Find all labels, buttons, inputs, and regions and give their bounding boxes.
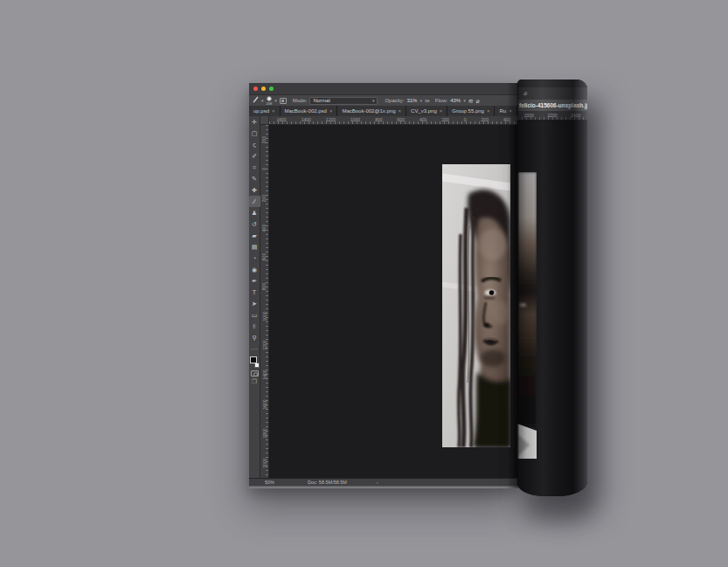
ruler-tick-label: 2400 [571,113,580,118]
path-selection-tool[interactable]: ➤ [249,298,260,309]
ruler-tick-label: 1200 [326,117,336,122]
healing-brush-tool[interactable]: ✚ [249,184,260,196]
tab-close-icon[interactable]: × [329,108,333,114]
pen-tool[interactable]: ✒ [249,275,260,287]
ruler-tick-label: 800 [375,117,382,122]
horizontal-ruler-row: 16001400120010008006004002000200400 [260,116,518,125]
move-tool[interactable]: ✛ [249,116,260,128]
lasso-tool[interactable]: ς [249,139,260,150]
opacity-dropdown-icon[interactable]: ▾ [419,98,422,103]
flow-label: Flow: [435,98,447,103]
vertical-ruler: 2000200400600800100012001400160018002000 [260,125,269,478]
document-tab[interactable]: MacBook-002@1x.png× [337,106,406,116]
ruler-tick-label: 1600 [277,117,287,122]
document-tab[interactable]: Group 55.png× [447,106,495,116]
ruler-tick-label: 1000 [262,311,267,321]
ruler-tick-label: 800 [262,283,267,290]
minimize-button[interactable] [261,86,266,91]
clone-stamp-tool[interactable]: ♟ [249,207,260,218]
history-brush-tool[interactable]: ↺ [249,218,260,230]
brush-size-preview[interactable]: 268 [267,96,273,106]
tab-label: MacBook-002@1x.png [342,108,395,114]
ruler-tick-label: 1800 [262,429,267,439]
ruler-tick-label: 1400 [302,117,311,122]
blend-mode-dropdown-icon: ▾ [372,98,375,103]
ruler-tick-label: 1200 [262,341,267,350]
zoom-tool[interactable]: ⚲ [249,332,260,343]
ruler-tick-label: 0 [262,168,267,170]
blur-tool[interactable]: ◔ [249,252,260,264]
blend-mode-select[interactable]: Normal ▾ [309,97,378,105]
eyedropper-tool[interactable]: ✎ [249,173,260,184]
ruler-tick-label: 2000 [524,113,534,118]
close-button[interactable] [253,86,258,91]
tab-close-icon[interactable]: × [272,108,275,114]
ruler-tick-label: 200 [441,117,448,122]
foreground-color-swatch[interactable] [250,356,257,363]
quick-mask-button[interactable] [251,370,259,377]
blend-mode-value: Normal [313,98,329,103]
flow-dropdown-icon[interactable]: ▾ [463,98,466,103]
brush-tool[interactable]: ∕ [249,196,260,207]
quick-selection-tool[interactable]: ✐ [249,150,260,162]
brush-preset-icon[interactable] [253,95,259,107]
tab-close-icon[interactable]: × [487,108,490,114]
color-swatches[interactable] [249,356,260,368]
tab-label: CV_v3.png [411,108,437,114]
opacity-value[interactable]: 31% [406,98,417,103]
canvas[interactable] [269,125,518,478]
window-titlebar [249,83,518,94]
zoom-level-field[interactable]: 50% [265,480,274,485]
roll-options-bar: ⌀ [517,87,587,100]
ruler-tick-label: 200 [482,117,489,122]
hand-tool[interactable]: ✌ [249,321,260,332]
document-tab[interactable]: CV_v3.png× [406,106,447,116]
brush-preset-dropdown-icon[interactable]: ▾ [261,98,264,103]
document-tab[interactable]: MacBook-002.psd× [281,106,338,116]
tab-label: up.psd [253,108,269,114]
roll-horizontal-ruler: 200022002400 [517,111,587,120]
roll-portrait-photo [517,172,537,459]
ruler-tick-label: 2200 [547,113,557,118]
eraser-tool[interactable]: ▰ [249,230,260,241]
ruler-origin-corner[interactable] [260,116,269,124]
portrait-photo-art [442,164,510,447]
flow-value[interactable]: 43% [450,98,461,103]
tools-panel: ✛▢ς✐⌗✎✚∕♟↺▰▤◔◉✒T➤▭✌⚲⋯ ❐ [249,116,260,478]
airbrush-icon[interactable]: ≋ [468,95,474,107]
desktop-background: ▾ 268 ▾ Mode: Normal ▾ Opacity: 31% ▾ ✑ … [0,0,728,567]
document-size-info: Doc: 58.5M/58.5M [308,480,347,485]
toggle-brush-panel-icon[interactable] [280,98,287,104]
tab-close-icon[interactable]: × [509,108,512,114]
tab-close-icon[interactable]: × [440,108,443,114]
active-document-tab[interactable]: felicio-415606-unsplash.jpg @ 8% [517,100,587,111]
status-chevron-icon[interactable]: › [377,480,378,485]
toolbar-options[interactable]: ⋯ [249,343,260,355]
type-tool[interactable]: T [249,287,260,298]
dodge-tool[interactable]: ◉ [249,264,260,275]
brush-panel-dropdown-icon[interactable]: ▾ [274,98,277,103]
ruler-tick-label: 0 [464,117,467,122]
tab-label: MacBook-002.psd [285,108,327,114]
shape-tool[interactable]: ▭ [249,309,260,321]
marquee-tool[interactable]: ▢ [249,128,260,139]
opacity-label: Opacity: [385,98,404,103]
page-bottom-edge [249,486,518,488]
screen-mode-button[interactable]: ❐ [252,378,257,385]
document-tab[interactable]: up.psd× [249,106,281,116]
zoom-button[interactable] [269,86,274,91]
ruler-tick-label: 1400 [262,370,267,380]
ruler-tick-label: 400 [503,117,510,122]
pressure-opacity-icon[interactable]: ✑ [425,95,430,107]
document-tab-strip: up.psd×MacBook-002.psd×MacBook-002@1x.pn… [249,106,518,116]
gradient-tool[interactable]: ▤ [249,241,260,252]
roll-canvas [517,120,587,496]
ruler-tick-label: 1600 [262,399,267,409]
document-tab[interactable]: Ru× [495,106,517,116]
tab-close-icon[interactable]: × [399,108,402,114]
status-bar: 50% Doc: 58.5M/58.5M › [249,478,518,486]
smoothing-icon[interactable]: ⌀ [476,95,480,107]
tab-label: Group 55.png [452,108,484,114]
ruler-tick-label: 2000 [262,458,267,467]
crop-tool[interactable]: ⌗ [249,162,260,173]
